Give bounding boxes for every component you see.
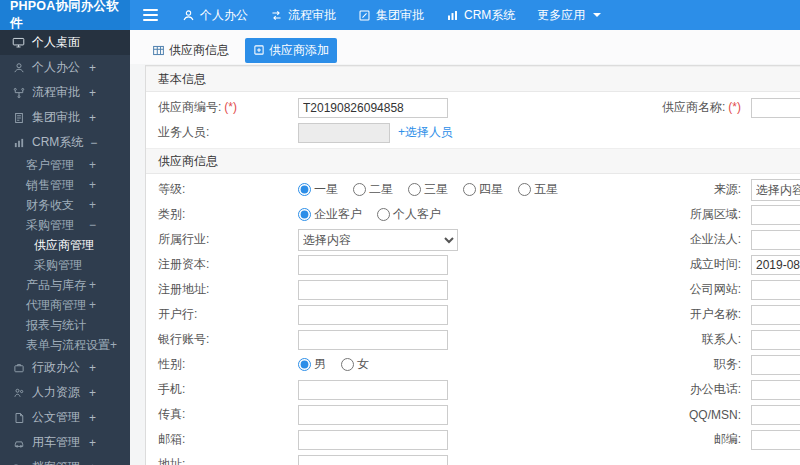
- supplier-add-form: 基本信息 供应商编号:(*) 供应商名称:(*) 业务人员: +选择人员: [145, 65, 800, 465]
- reg-address-label: 注册地址:: [146, 281, 298, 298]
- form-row: 手机: 办公电话:: [146, 377, 800, 402]
- radio-enterprise-customer[interactable]: 企业客户: [298, 206, 362, 223]
- expand-plus-icon: +: [89, 198, 96, 212]
- capital-input[interactable]: [298, 255, 448, 275]
- sidebar-item-label: 采购管理: [26, 217, 74, 234]
- fax-label: 传真:: [146, 406, 298, 423]
- job-title-input[interactable]: [751, 355, 800, 375]
- sidebar-item-label: 行政办公: [32, 359, 80, 376]
- sidebar-item-label: 公文管理: [32, 409, 80, 426]
- sidebar-item-admin-office[interactable]: 行政办公 +: [0, 355, 130, 380]
- tab-label: 供应商添加: [269, 42, 329, 59]
- reg-address-input[interactable]: [298, 280, 448, 300]
- bank-input[interactable]: [298, 305, 448, 325]
- sidebar-item-label: 销售管理: [26, 177, 74, 194]
- sidebar-item-sales-mgmt[interactable]: 销售管理 +: [0, 175, 130, 195]
- sidebar-item-form-flow-settings[interactable]: 表单与流程设置 +: [0, 335, 130, 355]
- sidebar-item-product-inventory[interactable]: 产品与库存 +: [0, 275, 130, 295]
- radio-level-3[interactable]: 三星: [408, 181, 448, 198]
- office-phone-input[interactable]: [751, 380, 800, 400]
- sidebar-item-agent-mgmt[interactable]: 代理商管理 +: [0, 295, 130, 315]
- category-label: 类别:: [146, 206, 298, 223]
- staff-label: 业务人员:: [146, 124, 298, 141]
- nav-more-apps[interactable]: 更多应用: [526, 0, 612, 30]
- sidebar-item-label: 财务收支: [26, 197, 74, 214]
- radio-level-1[interactable]: 一星: [298, 181, 338, 198]
- nav-crm-system[interactable]: CRM系统: [435, 0, 526, 30]
- sidebar-item-vehicle-mgmt[interactable]: 用车管理 +: [0, 430, 130, 455]
- choose-staff-link[interactable]: +选择人员: [398, 124, 453, 141]
- person-icon: [182, 9, 195, 22]
- supplier-no-label: 供应商编号:(*): [146, 99, 298, 116]
- chevron-down-icon: [593, 13, 601, 17]
- sidebar-item-purchasing[interactable]: 采购管理: [0, 255, 130, 275]
- mobile-label: 手机:: [146, 381, 298, 398]
- staff-input[interactable]: [298, 123, 390, 143]
- expand-plus-icon: +: [89, 361, 96, 375]
- mobile-input[interactable]: [298, 380, 448, 400]
- sidebar-item-purchase-mgmt[interactable]: 采购管理 −: [0, 215, 130, 235]
- sidebar-item-reports-stats[interactable]: 报表与统计: [0, 315, 130, 335]
- menu-toggle-icon[interactable]: [143, 9, 158, 21]
- sidebar-item-crm-system[interactable]: CRM系统 −: [0, 130, 130, 155]
- tab-supplier-add[interactable]: 供应商添加: [245, 38, 337, 63]
- tab-label: 供应商信息: [169, 42, 229, 59]
- sidebar-item-label: 供应商管理: [34, 237, 94, 254]
- radio-level-5[interactable]: 五星: [518, 181, 558, 198]
- users-icon: [12, 386, 25, 399]
- sidebar-item-workflow-approval[interactable]: 流程审批 +: [0, 80, 130, 105]
- radio-level-4[interactable]: 四星: [463, 181, 503, 198]
- contact-input[interactable]: [751, 330, 800, 350]
- zip-label: 邮编:: [641, 431, 751, 448]
- required-mark: (*): [224, 100, 237, 114]
- industry-select[interactable]: 选择内容: [298, 229, 458, 251]
- supplier-no-input[interactable]: [298, 98, 448, 118]
- sidebar-item-label: 人力资源: [32, 384, 80, 401]
- form-row: 邮箱: 邮编:: [146, 427, 800, 452]
- expand-plus-icon: +: [89, 61, 96, 75]
- sidebar-item-human-resources[interactable]: 人力资源 +: [0, 380, 130, 405]
- account-name-input[interactable]: [751, 305, 800, 325]
- chart-icon: [12, 136, 25, 149]
- sidebar-item-personal-office[interactable]: 个人办公 +: [0, 55, 130, 80]
- sidebar-item-label: 集团审批: [32, 109, 80, 126]
- nav-group-approval[interactable]: 集团审批: [347, 0, 435, 30]
- website-input[interactable]: [751, 280, 800, 300]
- radio-male[interactable]: 男: [298, 356, 326, 373]
- fax-input[interactable]: [298, 405, 448, 425]
- address-input[interactable]: [298, 455, 448, 465]
- flow-icon: [12, 86, 25, 99]
- region-input[interactable]: [751, 205, 800, 225]
- founded-date-input[interactable]: [751, 255, 800, 275]
- sidebar-item-document-mgmt[interactable]: 公文管理 +: [0, 405, 130, 430]
- form-row: 注册地址: 公司网站:: [146, 277, 800, 302]
- sidebar-item-customer-mgmt[interactable]: 客户管理 +: [0, 155, 130, 175]
- person-icon: [12, 61, 25, 74]
- expand-plus-icon: +: [89, 278, 96, 292]
- sidebar-item-label: 用车管理: [32, 434, 80, 451]
- zip-input[interactable]: [751, 430, 800, 450]
- bank-account-input[interactable]: [298, 330, 448, 350]
- nav-workflow-approval[interactable]: 流程审批: [259, 0, 347, 30]
- source-select[interactable]: 选择内容: [751, 179, 800, 201]
- website-label: 公司网站:: [641, 281, 751, 298]
- legal-person-input[interactable]: [751, 230, 800, 250]
- sidebar-item-archive-mgmt[interactable]: 档案管理 +: [0, 455, 130, 465]
- sidebar-item-group-approval[interactable]: 集团审批 +: [0, 105, 130, 130]
- radio-individual-customer[interactable]: 个人客户: [377, 206, 441, 223]
- sidebar-item-supplier-mgmt[interactable]: 供应商管理: [0, 235, 130, 255]
- tab-supplier-info[interactable]: 供应商信息: [144, 38, 237, 63]
- sidebar-item-personal-desktop[interactable]: 个人桌面: [0, 30, 130, 55]
- qq-msn-input[interactable]: [751, 405, 800, 425]
- supplier-name-label: 供应商名称:(*): [641, 99, 751, 116]
- job-title-label: 职务:: [641, 356, 751, 373]
- nav-personal-office[interactable]: 个人办公: [171, 0, 259, 30]
- radio-female[interactable]: 女: [341, 356, 369, 373]
- radio-level-2[interactable]: 二星: [353, 181, 393, 198]
- sidebar-item-finance[interactable]: 财务收支 +: [0, 195, 130, 215]
- sidebar-item-label: 档案管理: [32, 459, 80, 465]
- app-logo: PHPOA协同办公软件: [0, 0, 130, 30]
- supplier-name-input[interactable]: [751, 98, 800, 118]
- expand-plus-icon: +: [89, 111, 96, 125]
- email-input[interactable]: [298, 430, 448, 450]
